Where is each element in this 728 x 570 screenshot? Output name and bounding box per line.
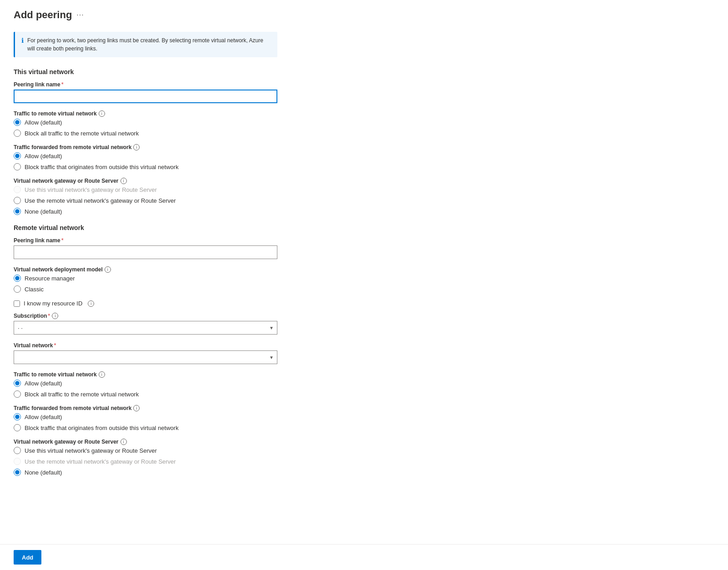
- deployment-model-info-icon[interactable]: i: [105, 266, 111, 273]
- deployment-model-radio-group: Resource manager Classic: [14, 275, 305, 293]
- remote-forwarded-allow-label: Allow (default): [25, 414, 62, 420]
- this-traffic-allow-radio[interactable]: [14, 119, 21, 126]
- remote-forwarded-block-radio[interactable]: [14, 424, 21, 431]
- this-gateway-use-this-option[interactable]: Use this virtual network's gateway or Ro…: [14, 186, 305, 193]
- deployment-resource-manager-option[interactable]: Resource manager: [14, 275, 305, 282]
- this-traffic-forwarded-group: Traffic forwarded from remote virtual ne…: [14, 144, 305, 170]
- subscription-info-icon[interactable]: i: [52, 313, 58, 319]
- remote-traffic-forwarded-label: Traffic forwarded from remote virtual ne…: [14, 405, 131, 411]
- remote-forwarded-block-label: Block traffic that originates from outsi…: [25, 425, 179, 431]
- remote-traffic-block-radio[interactable]: [14, 390, 21, 398]
- remote-gateway-info-icon[interactable]: i: [120, 439, 127, 445]
- remote-gateway-label: Virtual network gateway or Route Server: [14, 439, 119, 445]
- virtual-network-group: Virtual network * ▼: [14, 342, 305, 364]
- remote-traffic-forwarded-radio-group: Allow (default) Block traffic that origi…: [14, 413, 305, 431]
- info-icon: ℹ: [21, 37, 24, 44]
- remote-traffic-allow-option[interactable]: Allow (default): [14, 380, 305, 387]
- virtual-network-label: Virtual network: [14, 342, 53, 349]
- this-traffic-to-remote-info-icon[interactable]: i: [99, 110, 105, 117]
- this-traffic-forwarded-info-icon[interactable]: i: [133, 144, 140, 150]
- this-gateway-radio-group: Use this virtual network's gateway or Ro…: [14, 186, 305, 215]
- remote-traffic-allow-radio[interactable]: [14, 380, 21, 387]
- page-title: Add peering: [14, 9, 72, 21]
- remote-traffic-forwarded-group: Traffic forwarded from remote virtual ne…: [14, 405, 305, 431]
- remote-peering-link-name-label: Peering link name: [14, 237, 60, 244]
- this-forwarded-allow-option[interactable]: Allow (default): [14, 152, 305, 160]
- i-know-resource-id-label: I know my resource ID: [24, 300, 82, 307]
- this-traffic-block-radio[interactable]: [14, 130, 21, 137]
- this-forwarded-allow-label: Allow (default): [25, 153, 62, 160]
- this-forwarded-block-option[interactable]: Block traffic that originates from outsi…: [14, 163, 305, 170]
- subscription-label: Subscription: [14, 313, 47, 319]
- subscription-group: Subscription * i · · ▼: [14, 312, 305, 335]
- remote-gateway-use-remote-label: Use the remote virtual network's gateway…: [25, 458, 176, 465]
- this-traffic-allow-option[interactable]: Allow (default): [14, 119, 305, 126]
- more-options-icon[interactable]: ···: [76, 11, 84, 19]
- remote-peering-link-name-group: Peering link name *: [14, 237, 305, 259]
- this-peering-link-name-label: Peering link name: [14, 81, 60, 88]
- remote-gateway-use-remote-option[interactable]: Use the remote virtual network's gateway…: [14, 458, 305, 465]
- this-traffic-to-remote-radio-group: Allow (default) Block all traffic to the…: [14, 119, 305, 137]
- this-gateway-none-label: None (default): [25, 208, 62, 215]
- i-know-resource-id-group[interactable]: I know my resource ID i: [14, 300, 305, 307]
- remote-traffic-allow-label: Allow (default): [25, 380, 62, 387]
- subscription-select[interactable]: · ·: [14, 321, 277, 335]
- this-gateway-use-this-radio[interactable]: [14, 186, 21, 193]
- remote-gateway-use-this-label: Use this virtual network's gateway or Ro…: [25, 447, 157, 454]
- this-traffic-block-option[interactable]: Block all traffic to the remote virtual …: [14, 130, 305, 137]
- this-traffic-block-label: Block all traffic to the remote virtual …: [25, 130, 139, 137]
- remote-vnet-section-title: Remote virtual network: [14, 224, 305, 231]
- this-traffic-allow-label: Allow (default): [25, 119, 62, 126]
- remote-traffic-to-remote-info-icon[interactable]: i: [99, 371, 105, 378]
- remote-traffic-block-option[interactable]: Block all traffic to the remote virtual …: [14, 390, 305, 398]
- remote-gateway-none-option[interactable]: None (default): [14, 469, 305, 476]
- bottom-bar: Add: [0, 544, 728, 570]
- remote-gateway-use-this-radio[interactable]: [14, 447, 21, 454]
- this-forwarded-block-radio[interactable]: [14, 163, 21, 170]
- remote-gateway-use-this-option[interactable]: Use this virtual network's gateway or Ro…: [14, 447, 305, 454]
- remote-forwarded-allow-option[interactable]: Allow (default): [14, 413, 305, 420]
- this-peering-link-name-group: Peering link name *: [14, 81, 305, 103]
- deployment-classic-option[interactable]: Classic: [14, 285, 305, 293]
- this-traffic-to-remote-group: Traffic to remote virtual network i Allo…: [14, 110, 305, 137]
- remote-traffic-to-remote-group: Traffic to remote virtual network i Allo…: [14, 371, 305, 398]
- this-forwarded-block-label: Block traffic that originates from outsi…: [25, 164, 179, 170]
- i-know-resource-id-checkbox[interactable]: [14, 300, 20, 307]
- remote-traffic-to-remote-radio-group: Allow (default) Block all traffic to the…: [14, 380, 305, 398]
- this-gateway-label: Virtual network gateway or Route Server: [14, 178, 119, 184]
- deployment-classic-radio[interactable]: [14, 285, 21, 293]
- this-gateway-use-this-label: Use this virtual network's gateway or Ro…: [25, 186, 157, 193]
- deployment-resource-manager-radio[interactable]: [14, 275, 21, 282]
- subscription-select-wrapper: · · ▼: [14, 321, 277, 335]
- deployment-resource-manager-label: Resource manager: [25, 275, 75, 282]
- info-banner-text: For peering to work, two peering links m…: [27, 36, 271, 53]
- page-header: Add peering ···: [14, 9, 305, 21]
- virtual-network-select-wrapper: ▼: [14, 350, 277, 364]
- info-banner: ℹ For peering to work, two peering links…: [14, 32, 277, 57]
- add-button[interactable]: Add: [14, 550, 41, 565]
- this-forwarded-allow-radio[interactable]: [14, 152, 21, 160]
- deployment-model-label: Virtual network deployment model: [14, 266, 103, 273]
- i-know-resource-id-info-icon[interactable]: i: [88, 300, 94, 307]
- remote-forwarded-allow-radio[interactable]: [14, 413, 21, 420]
- this-traffic-forwarded-label: Traffic forwarded from remote virtual ne…: [14, 144, 131, 150]
- this-gateway-use-remote-label: Use the remote virtual network's gateway…: [25, 197, 176, 204]
- remote-gateway-group: Virtual network gateway or Route Server …: [14, 439, 305, 476]
- this-gateway-use-remote-option[interactable]: Use the remote virtual network's gateway…: [14, 197, 305, 204]
- remote-traffic-block-label: Block all traffic to the remote virtual …: [25, 391, 139, 398]
- this-peering-link-required: *: [61, 81, 64, 88]
- remote-peering-link-name-input[interactable]: [14, 245, 277, 259]
- remote-gateway-none-radio[interactable]: [14, 469, 21, 476]
- this-peering-link-name-input[interactable]: [14, 90, 277, 103]
- deployment-classic-label: Classic: [25, 286, 44, 293]
- virtual-network-select[interactable]: [14, 350, 277, 364]
- remote-gateway-radio-group: Use this virtual network's gateway or Ro…: [14, 447, 305, 476]
- virtual-network-required: *: [54, 342, 56, 349]
- remote-gateway-use-remote-radio[interactable]: [14, 458, 21, 465]
- this-gateway-none-option[interactable]: None (default): [14, 208, 305, 215]
- this-gateway-use-remote-radio[interactable]: [14, 197, 21, 204]
- this-gateway-info-icon[interactable]: i: [120, 178, 127, 184]
- this-gateway-none-radio[interactable]: [14, 208, 21, 215]
- remote-traffic-forwarded-info-icon[interactable]: i: [133, 405, 140, 411]
- remote-forwarded-block-option[interactable]: Block traffic that originates from outsi…: [14, 424, 305, 431]
